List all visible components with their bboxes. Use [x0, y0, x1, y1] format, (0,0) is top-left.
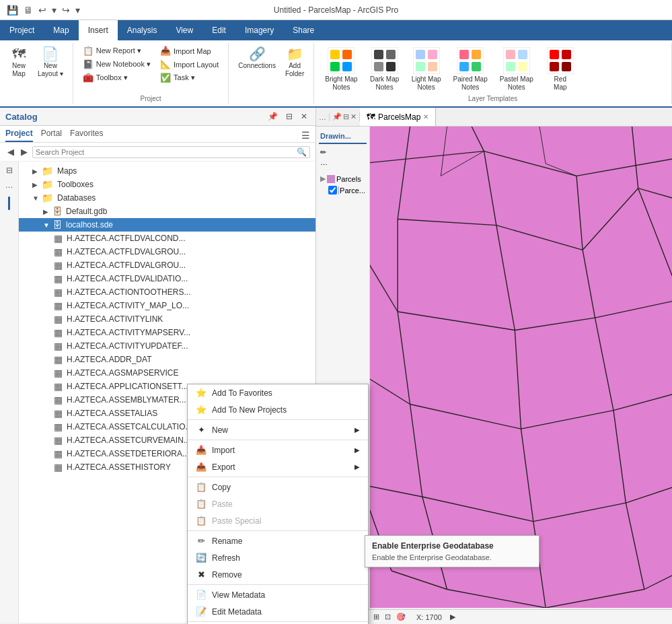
tree-item-item7[interactable]: ▦ H.AZTECA.ACTIVITYLINK	[19, 312, 315, 326]
item5-label: H.AZTECA.ACTIONTOOTHERS...	[67, 287, 190, 297]
dark-map-notes-label: Dark MapNotes	[370, 75, 399, 92]
light-map-notes-button[interactable]: Light MapNotes	[406, 44, 447, 94]
filter-icon[interactable]: ⊟	[5, 164, 14, 176]
tab-insert[interactable]: Insert	[79, 20, 118, 40]
panel-pin-icon[interactable]: 📌	[332, 112, 342, 121]
redo-dropdown-icon[interactable]: ▾	[74, 3, 81, 17]
tab-project[interactable]: Project	[0, 20, 44, 40]
catalog-tab-favorites[interactable]: Favorites	[70, 129, 103, 142]
map-tab-map-icon: 🗺	[367, 112, 375, 122]
ctx-view-metadata[interactable]: 📄 View Metadata	[188, 586, 368, 603]
panel-overflow-icon[interactable]: …	[319, 113, 326, 121]
save-icon[interactable]: 💾	[5, 3, 20, 17]
ctx-add-new-projects[interactable]: ⭐ Add To New Projects	[188, 401, 368, 418]
catalog-tab-project[interactable]: Project	[5, 129, 33, 142]
tree-item-item1[interactable]: ▦ H.AZTECA.ACTFLDVALCOND...	[19, 232, 315, 245]
ctx-copy[interactable]: 📋 Copy	[188, 479, 368, 495]
catalog-tab-portal[interactable]: Portal	[41, 129, 62, 142]
ctx-refresh-icon: 🔄	[196, 553, 207, 563]
new-layout-button[interactable]: 📄 NewLayout ▾	[34, 44, 67, 81]
tree-item-maps[interactable]: ▶ 📁 Maps	[19, 164, 315, 178]
ctx-export-arrow-icon: ▶	[354, 463, 360, 471]
redo-icon[interactable]: ↪	[61, 3, 71, 17]
forward-icon[interactable]: ▶	[19, 145, 30, 158]
tree-item-toolboxes[interactable]: ▶ 📁 Toolboxes	[19, 178, 315, 191]
new-notebook-button[interactable]: 📓 New Notebook ▾	[79, 58, 155, 71]
zoom-to-selection-icon[interactable]: ⊡	[385, 613, 391, 621]
tree-item-item4[interactable]: ▦ H.AZTECA.ACTFLDVALIDATIO...	[19, 272, 315, 285]
ctx-remove[interactable]: ✖ Remove	[188, 566, 368, 583]
dark-map-notes-button[interactable]: Dark MapNotes	[365, 44, 405, 94]
tree-item-item3[interactable]: ▦ H.AZTECA.ACTFLDVALGROU...	[19, 258, 315, 272]
pin-icon[interactable]: 📌	[265, 110, 281, 123]
connections-button[interactable]: 🔗 Connections	[234, 44, 280, 73]
pastel-map-notes-button[interactable]: Pastel MapNotes	[494, 44, 539, 94]
tree-item-item6[interactable]: ▦ H.AZTECA.ACTIVITY_MAP_LO...	[19, 299, 315, 312]
light-map-notes-icon	[413, 47, 440, 74]
parcels-map-tab[interactable]: 🗺 ParcelsMap ✕	[360, 108, 436, 126]
search-icon[interactable]: 🔍	[297, 147, 307, 157]
tab-imagery[interactable]: Imagery	[235, 20, 283, 40]
tree-item-localhost-sde[interactable]: ▼ 🗄 localhost.sde	[19, 218, 315, 232]
layer-item-parcels[interactable]: ▶ Parcels	[319, 173, 367, 184]
ctx-new[interactable]: ✦ New ▶	[188, 421, 368, 438]
tab-analysis[interactable]: Analysis	[118, 20, 167, 40]
red-map-button[interactable]: RedMap	[540, 44, 581, 94]
tab-map[interactable]: Map	[44, 20, 78, 40]
task-button[interactable]: ✅ Task ▾	[156, 71, 223, 84]
screen-icon[interactable]: 🖥	[22, 3, 34, 17]
add-folder-label: AddFolder	[285, 62, 304, 78]
add-folder-button[interactable]: 📁 AddFolder	[281, 44, 308, 81]
tree-item-item8[interactable]: ▦ H.AZTECA.ACTIVITYMAPSERV...	[19, 326, 315, 339]
toolbox-button[interactable]: 🧰 Toolbox ▾	[79, 71, 155, 84]
ctx-refresh[interactable]: 🔄 Refresh	[188, 549, 368, 566]
draw-tool-pencil[interactable]: ✏	[320, 148, 365, 157]
ctx-import[interactable]: 📥 Import ▶	[188, 442, 368, 458]
close-catalog-icon[interactable]: ✕	[298, 110, 310, 123]
tab-share[interactable]: Share	[283, 20, 324, 40]
drawing-panel-title: Drawin...	[319, 129, 367, 144]
undo-dropdown-icon[interactable]: ▾	[50, 3, 58, 17]
svg-rect-12	[428, 50, 437, 59]
tree-item-item10[interactable]: ▦ H.AZTECA.ADDR_DAT	[19, 353, 315, 366]
tab-view[interactable]: View	[166, 20, 202, 40]
back-icon[interactable]: ◀	[5, 145, 16, 158]
new-layout-icon: 📄	[42, 47, 59, 61]
import-layout-button[interactable]: 📐 Import Layout	[156, 58, 223, 71]
tree-item-item2[interactable]: ▦ H.AZTECA.ACTFLDVALGROU...	[19, 245, 315, 258]
catalog-tab-menu-icon[interactable]: ☰	[301, 130, 310, 141]
item16-label: H.AZTECA.ASSETCURVEMAIN...	[67, 436, 190, 445]
panel-close-icon[interactable]: ✕	[350, 112, 357, 121]
layer-item-parce[interactable]: Parce...	[319, 184, 367, 196]
ctx-export[interactable]: 📤 Export ▶	[188, 458, 368, 475]
new-map-button[interactable]: 🗺 NewMap	[5, 44, 32, 81]
parcels-map-tab-close-icon[interactable]: ✕	[423, 113, 428, 120]
tree-item-default-gdb[interactable]: ▶ 🗄 Default.gdb	[19, 205, 315, 218]
svg-rect-3	[330, 62, 340, 71]
layer-templates-group: Bright MapNotes Dark MapNotes	[314, 43, 672, 104]
tree-item-item11[interactable]: ▦ H.AZTECA.AGSMAPSERVICE	[19, 366, 315, 380]
ctx-rename[interactable]: ✏ Rename	[188, 532, 368, 549]
tree-item-databases[interactable]: ▼ 📁 Databases	[19, 191, 315, 205]
panel-undock-icon[interactable]: ⊟	[343, 112, 349, 121]
fit-extent-icon[interactable]: ⊞	[373, 613, 379, 621]
scroll-right-icon[interactable]: ▶	[450, 613, 455, 621]
layer-parce-checkbox[interactable]	[328, 186, 337, 195]
search-input[interactable]	[36, 148, 297, 156]
ctx-edit-metadata[interactable]: 📝 Edit Metadata	[188, 603, 368, 620]
new-notebook-icon: 📓	[83, 59, 94, 69]
paired-map-notes-button[interactable]: Paired MapNotes	[448, 44, 493, 94]
new-map-icon: 🗺	[12, 47, 26, 61]
undo-icon[interactable]: ↩	[37, 3, 48, 17]
tree-item-item5[interactable]: ▦ H.AZTECA.ACTIONTOOTHERS...	[19, 285, 315, 299]
options-icon[interactable]: …	[4, 179, 15, 191]
ctx-add-favorites[interactable]: ⭐ Add To Favorites	[188, 384, 368, 401]
bright-map-notes-button[interactable]: Bright MapNotes	[320, 44, 363, 94]
tab-edit[interactable]: Edit	[202, 20, 235, 40]
go-to-xy-icon[interactable]: 🎯	[396, 613, 406, 621]
undock-icon[interactable]: ⊟	[283, 110, 295, 123]
new-report-button[interactable]: 📋 New Report ▾	[79, 44, 155, 57]
draw-tool-ellipsis[interactable]: …	[320, 158, 365, 166]
tree-item-item9[interactable]: ▦ H.AZTECA.ACTIVITYUPDATEF...	[19, 339, 315, 353]
import-map-button[interactable]: 📥 Import Map	[156, 44, 223, 57]
